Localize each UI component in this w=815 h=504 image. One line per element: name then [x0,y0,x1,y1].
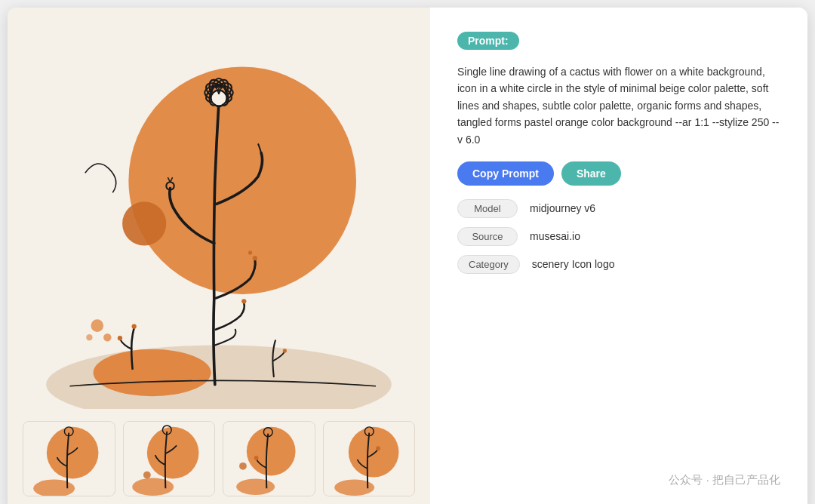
svg-point-26 [132,324,137,329]
svg-point-45 [239,463,247,470]
thumbnail-4[interactable] [323,421,416,496]
svg-point-25 [118,336,122,340]
svg-point-44 [254,456,259,460]
thumbnail-3[interactable] [223,421,315,496]
meta-row-source: Source musesai.io [457,227,780,246]
copy-prompt-button[interactable]: Copy Prompt [457,161,554,186]
svg-point-27 [283,349,287,352]
svg-point-1 [128,66,356,294]
category-value: scenery Icon logo [532,258,615,270]
app-container: Prompt: Single line drawing of a cactus … [8,8,807,504]
svg-point-23 [248,250,252,254]
source-label: Source [457,227,518,246]
svg-point-39 [143,472,150,479]
model-label: Model [457,199,518,218]
model-value: midjourney v6 [530,202,595,214]
thumbnail-2[interactable] [123,421,216,496]
svg-point-2 [122,201,166,245]
meta-table: Model midjourney v6 Source musesai.io Ca… [457,199,780,274]
prompt-text: Single line drawing of a cactus with flo… [457,63,780,148]
prompt-badge-label: Prompt: [457,32,519,50]
thumbnail-1[interactable] [23,421,115,496]
svg-point-18 [217,84,220,87]
svg-point-28 [91,319,103,332]
right-panel: Prompt: Single line drawing of a cactus … [430,8,807,504]
source-value: musesai.io [530,230,580,242]
meta-row-category: Category scenery Icon logo [457,255,780,274]
svg-point-30 [86,334,92,340]
svg-point-22 [253,256,257,260]
category-label: Category [457,255,520,274]
svg-point-42 [236,478,275,495]
svg-point-24 [241,299,246,303]
svg-point-36 [146,427,198,479]
share-button[interactable]: Share [561,161,621,186]
main-image-area [23,23,415,409]
watermark-text: 公众号 · 把自己产品化 [669,473,780,486]
svg-point-50 [376,446,380,450]
prompt-badge: Prompt: [457,32,780,50]
action-buttons: Copy Prompt Share [457,161,780,186]
meta-row-model: Model midjourney v6 [457,199,780,218]
svg-point-47 [348,427,398,478]
svg-point-37 [132,478,174,496]
watermark: 公众号 · 把自己产品化 [457,473,780,487]
svg-point-41 [247,427,296,476]
cactus-illustration [23,23,415,409]
thumbnails-row [23,421,415,496]
svg-point-4 [94,349,211,396]
svg-point-29 [103,333,111,341]
left-panel [8,8,430,504]
